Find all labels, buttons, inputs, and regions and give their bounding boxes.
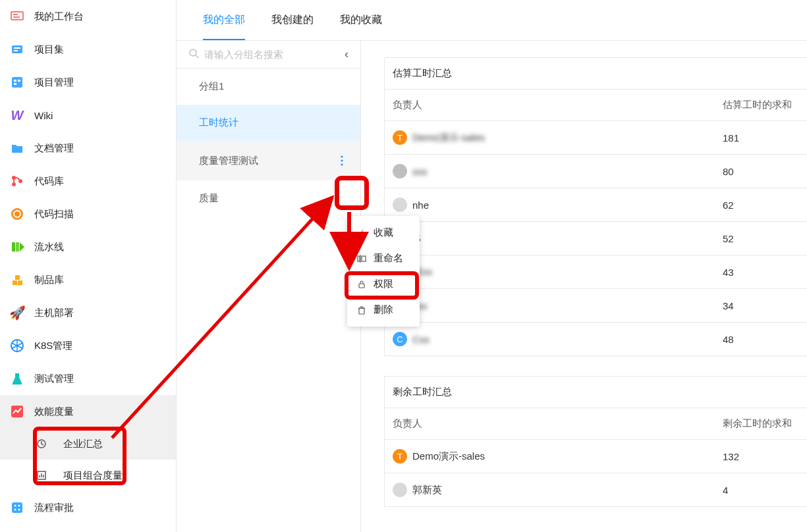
table-row: Sxxx34	[385, 289, 808, 323]
value-cell: 62	[715, 188, 807, 222]
sidebar-item-performance[interactable]: 效能度量	[0, 395, 176, 428]
sidebar-item-test-mgmt[interactable]: 测试管理	[0, 362, 176, 395]
table-title: 估算工时汇总	[385, 58, 808, 90]
group-search-input[interactable]	[204, 49, 339, 60]
group-list: 分组1 工时统计 度量管理测试 质量	[177, 68, 360, 532]
value-cell: 52	[715, 222, 807, 255]
sidebar-item-approval[interactable]: 流程审批	[0, 491, 176, 524]
group-more-button[interactable]	[334, 153, 350, 169]
sidebar-item-repo[interactable]: 代码库	[0, 165, 176, 198]
avatar: C	[393, 332, 407, 346]
project-set-icon	[9, 41, 25, 57]
svg-rect-31	[12, 502, 22, 513]
sidebar-item-label: Wiki	[34, 110, 53, 121]
table-row: TDemo演示-sales132	[385, 440, 808, 473]
owner-name: Demo演示-sales	[412, 450, 485, 463]
svg-point-36	[190, 49, 196, 56]
value-cell: 80	[715, 155, 807, 188]
svg-point-38	[341, 156, 343, 158]
portfolio-measure-icon	[36, 469, 47, 481]
svg-rect-0	[11, 12, 23, 20]
sidebar-item-label: 流水线	[34, 241, 64, 253]
sidebar-item-project-set[interactable]: 项目集	[0, 33, 176, 66]
sidebar-item-artifact[interactable]: 制品库	[0, 263, 176, 296]
sidebar-item-pipeline[interactable]: 流水线	[0, 230, 176, 263]
owner-name: Demo演示-sales	[412, 132, 485, 144]
sidebar-item-label: 测试管理	[34, 373, 74, 385]
sidebar-item-label: 代码库	[34, 175, 64, 188]
tab-my-fav[interactable]: 我的收藏	[340, 13, 382, 40]
svg-rect-45	[359, 308, 364, 314]
svg-rect-9	[14, 83, 16, 85]
lock-icon	[356, 280, 367, 289]
svg-point-33	[18, 505, 20, 507]
table-col-owner: 负责人	[385, 90, 715, 121]
ctx-permission[interactable]: 权限	[347, 271, 420, 297]
search-icon	[188, 48, 199, 61]
collapse-panel-icon[interactable]: ‹	[345, 47, 348, 61]
sidebar-item-code-scan[interactable]: 代码扫描	[0, 198, 176, 230]
tab-my-all[interactable]: 我的全部	[203, 13, 245, 40]
star-icon: ☆	[356, 227, 367, 239]
group-item[interactable]: 度量管理测试	[177, 141, 360, 180]
project-mgmt-icon	[9, 74, 25, 90]
sidebar-item-wiki[interactable]: WWiki	[0, 99, 176, 132]
group-item-label: 质量	[199, 192, 219, 205]
value-cell: 48	[715, 323, 807, 356]
ctx-item-label: 收藏	[374, 226, 393, 239]
performance-icon	[9, 404, 25, 419]
ctx-delete[interactable]: 删除	[347, 297, 420, 323]
trash-icon	[356, 306, 367, 315]
sidebar-item-k8s[interactable]: K8S管理	[0, 329, 176, 362]
table-row: xxx80	[385, 155, 808, 188]
svg-rect-4	[14, 47, 20, 49]
sidebar-item-label: 我的工作台	[34, 11, 84, 23]
sidebar-item-label: 代码扫描	[34, 208, 74, 221]
svg-rect-41	[358, 256, 360, 261]
group-item-label: 分组1	[199, 80, 224, 93]
sidebar-item-label: 制品库	[34, 274, 64, 286]
tab-my-created[interactable]: 我创建的	[271, 13, 314, 40]
svg-point-32	[14, 505, 16, 507]
sidebar: 我的工作台 项目集 项目管理 WWiki 文档管理 代码库 代码扫描 流水线 制…	[0, 0, 177, 532]
avatar: T	[393, 449, 407, 464]
group-item[interactable]: 分组1	[177, 68, 360, 105]
table-row: 何xx43	[385, 255, 808, 289]
group-item-label: 工时统计	[199, 117, 238, 129]
sidebar-subitem-portfolio-measure[interactable]: 项目组合度量	[0, 460, 176, 491]
table-row: nhe62	[385, 188, 808, 222]
table-estimate-hours: 估算工时汇总 负责人估算工时的求和 TDemo演示-sales181xxx80n…	[384, 57, 807, 356]
sidebar-item-host-deploy[interactable]: 🚀主机部署	[0, 296, 176, 329]
svg-rect-42	[362, 256, 366, 261]
svg-rect-6	[12, 77, 22, 88]
sidebar-item-workbench[interactable]: 我的工作台	[0, 0, 176, 33]
svg-point-13	[11, 208, 23, 220]
group-panel: ‹ 分组1 工时统计 度量管理测试 质量	[177, 41, 361, 532]
group-search-row: ‹	[177, 41, 360, 68]
host-deploy-icon: 🚀	[9, 305, 25, 321]
sidebar-item-label: 项目管理	[34, 76, 74, 89]
value-cell: 34	[715, 289, 807, 323]
table-row: TDemo演示-sales181	[385, 121, 808, 155]
table-row: t552	[385, 222, 808, 255]
table-col-value: 剩余工时的求和	[715, 408, 807, 440]
svg-rect-8	[18, 80, 20, 82]
sidebar-subitem-enterprise-summary[interactable]: 企业汇总	[0, 428, 176, 460]
owner-name: 郭新英	[412, 484, 442, 496]
ctx-favorite[interactable]: ☆收藏	[347, 220, 420, 246]
value-cell: 181	[715, 121, 807, 155]
group-item[interactable]: 质量	[177, 180, 360, 217]
svg-point-11	[12, 182, 16, 186]
table-col-value: 估算工时的求和	[715, 90, 807, 121]
table-row: CCxx48	[385, 323, 808, 356]
ctx-rename[interactable]: 重命名	[347, 246, 420, 271]
pipeline-icon	[9, 239, 25, 255]
test-mgmt-icon	[9, 371, 25, 386]
sidebar-item-doc-mgmt[interactable]: 文档管理	[0, 132, 176, 165]
svg-rect-20	[15, 275, 20, 280]
svg-rect-19	[18, 280, 22, 285]
owner-name: xxx	[412, 166, 428, 177]
value-cell: 4	[715, 473, 807, 507]
group-item[interactable]: 工时统计	[177, 105, 360, 141]
sidebar-item-project-mgmt[interactable]: 项目管理	[0, 66, 176, 99]
